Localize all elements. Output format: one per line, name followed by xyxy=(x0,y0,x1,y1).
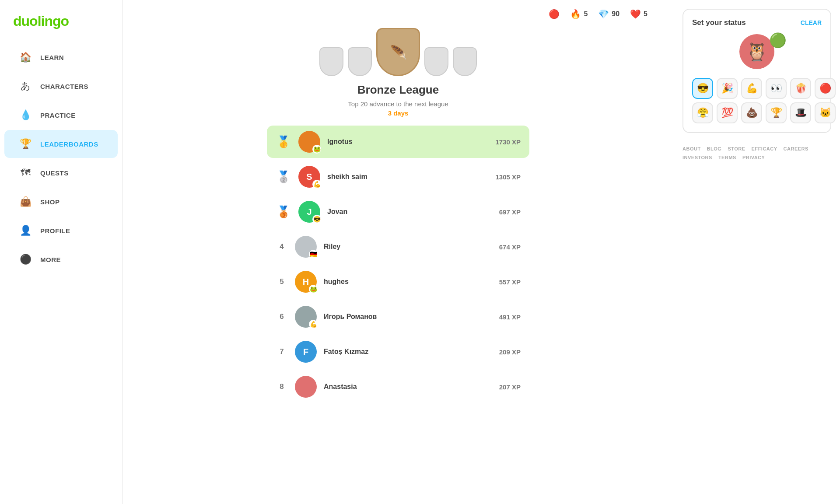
emoji-button[interactable]: 💪 xyxy=(741,78,762,99)
player-xp: 557 XP xyxy=(499,278,521,286)
more-icon: ⚫ xyxy=(18,252,33,267)
emoji-button[interactable]: 🎩 xyxy=(790,102,811,123)
league-section: Bronze League Top 20 advance to the next… xyxy=(140,28,656,117)
table-row: 8Anastasia207 XP xyxy=(267,371,529,403)
sidebar-item-more[interactable]: ⚫MORE xyxy=(4,245,118,273)
avatar-badge: 🐸 xyxy=(312,145,321,154)
heart-icon: ❤️ xyxy=(630,9,641,19)
sidebar-item-quests[interactable]: 🗺QUESTS xyxy=(4,159,118,187)
characters-label: CHARACTERS xyxy=(40,83,88,90)
emoji-button[interactable]: 🏆 xyxy=(766,102,787,123)
player-name: Игорь Романов xyxy=(324,313,492,321)
footer-link[interactable]: INVESTORS xyxy=(682,155,712,160)
table-row: 🥇🐸Ignotus1730 XP xyxy=(267,126,529,158)
emoji-button[interactable]: 🍿 xyxy=(790,78,811,99)
rank-number: 8 xyxy=(276,382,288,391)
footer-links: ABOUTBLOGSTOREEFFICACYCAREERSINVESTORSTE… xyxy=(682,142,831,164)
gem-stat: 💎 90 xyxy=(598,9,620,19)
more-label: MORE xyxy=(40,256,61,263)
rank-medal: 🥈 xyxy=(276,170,291,184)
profile-label: PROFILE xyxy=(40,227,70,234)
gem-value: 90 xyxy=(612,10,620,18)
avatar-badge: 🇩🇪 xyxy=(309,250,318,259)
player-name: sheikh saim xyxy=(327,173,488,181)
sidebar-item-profile[interactable]: 👤PROFILE xyxy=(4,217,118,245)
player-xp: 1305 XP xyxy=(495,173,521,181)
player-xp: 674 XP xyxy=(499,243,521,251)
heart-stat: ❤️ 5 xyxy=(630,9,648,19)
shield-next1 xyxy=(424,47,448,76)
avatar-badge: 💪 xyxy=(309,320,318,329)
league-subtitle: Top 20 advance to the next league xyxy=(348,100,448,108)
quests-label: QUESTS xyxy=(40,169,69,177)
emoji-button[interactable]: 😤 xyxy=(692,102,713,123)
learn-label: LEARN xyxy=(40,54,64,61)
quests-icon: 🗺 xyxy=(18,165,33,181)
avatar-badge: 💪 xyxy=(312,180,321,189)
table-row: 5H🐸hughes557 XP xyxy=(267,266,529,298)
sidebar-item-learn[interactable]: 🏠LEARN xyxy=(4,43,118,71)
right-panel: Set your status CLEAR 🦉 🟢 😎🎉💪👀🍿🔴😤💯💩🏆🎩🐱 A… xyxy=(674,0,840,504)
practice-icon: 💧 xyxy=(18,107,33,123)
footer-link[interactable]: PRIVACY xyxy=(742,155,765,160)
avatar-badge: 😎 xyxy=(312,215,321,224)
sidebar-item-practice[interactable]: 💧PRACTICE xyxy=(4,101,118,129)
logo: duolingo xyxy=(13,13,69,29)
table-row: 7FFatoş Kızmaz209 XP xyxy=(267,336,529,368)
leaderboards-icon: 🏆 xyxy=(18,136,33,152)
sidebar-item-leaderboards[interactable]: 🏆LEADERBOARDS xyxy=(4,130,118,158)
shield-main xyxy=(376,28,420,76)
emoji-button[interactable]: 👀 xyxy=(766,78,787,99)
clear-button[interactable]: CLEAR xyxy=(801,19,822,26)
emoji-button[interactable]: 💩 xyxy=(741,102,762,123)
emoji-button[interactable]: 🐱 xyxy=(815,102,836,123)
footer-link[interactable]: EFFICACY xyxy=(752,146,777,151)
rank-number: 4 xyxy=(276,242,288,251)
table-row: 4🇩🇪Riley674 XP xyxy=(267,231,529,263)
avatar: 🇩🇪 xyxy=(295,236,317,258)
streak-stat: 🔴 xyxy=(549,9,560,19)
sidebar-item-shop[interactable]: 👜SHOP xyxy=(4,188,118,216)
emoji-button[interactable]: 🎉 xyxy=(717,78,738,99)
player-name: Jovan xyxy=(327,208,492,216)
header-stats: 🔴 🔥 5 💎 90 ❤️ 5 xyxy=(140,9,656,19)
gem-icon: 💎 xyxy=(598,9,609,19)
footer-link[interactable]: ABOUT xyxy=(682,146,701,151)
heart-value: 5 xyxy=(644,10,648,18)
shop-label: SHOP xyxy=(40,198,60,206)
footer-link[interactable]: CAREERS xyxy=(784,146,808,151)
status-header: Set your status CLEAR xyxy=(692,18,822,27)
emoji-button[interactable]: 💯 xyxy=(717,102,738,123)
status-emoji-overlay: 🟢 xyxy=(769,32,787,49)
table-row: 6💪Игорь Романов491 XP xyxy=(267,301,529,333)
footer-link[interactable]: STORE xyxy=(728,146,745,151)
footer-link[interactable]: BLOG xyxy=(707,146,722,151)
status-title: Set your status xyxy=(692,18,746,27)
rank-medal: 🥇 xyxy=(276,135,291,149)
status-card: Set your status CLEAR 🦉 🟢 😎🎉💪👀🍿🔴😤💯💩🏆🎩🐱 xyxy=(682,9,831,133)
status-avatar-area: 🦉 🟢 xyxy=(692,34,822,69)
footer-link[interactable]: TERMS xyxy=(718,155,736,160)
shield-prev1 xyxy=(348,47,372,76)
player-xp: 209 XP xyxy=(499,348,521,356)
avatar xyxy=(295,376,317,398)
avatar: F xyxy=(295,341,317,363)
emoji-button[interactable]: 😎 xyxy=(692,78,713,99)
player-xp: 697 XP xyxy=(499,208,521,216)
emoji-button[interactable]: 🔴 xyxy=(815,78,836,99)
player-name: hughes xyxy=(324,278,492,286)
shield-next2 xyxy=(453,47,477,76)
avatar: S💪 xyxy=(298,166,320,188)
rank-medal: 🥉 xyxy=(276,205,291,219)
sidebar: duolingo 🏠LEARNあCHARACTERS💧PRACTICE🏆LEAD… xyxy=(0,0,122,504)
rank-number: 5 xyxy=(276,277,288,286)
sidebar-item-characters[interactable]: あCHARACTERS xyxy=(4,72,118,100)
player-name: Anastasia xyxy=(324,383,492,391)
rank-number: 6 xyxy=(276,312,288,321)
leaderboards-label: LEADERBOARDS xyxy=(40,140,98,148)
emoji-grid: 😎🎉💪👀🍿🔴😤💯💩🏆🎩🐱 xyxy=(692,78,822,123)
fire-icon: 🔥 xyxy=(570,9,581,19)
league-title: Bronze League xyxy=(357,83,439,97)
avatar-badge: 🐸 xyxy=(309,285,318,294)
logo-container: duolingo xyxy=(0,9,122,42)
